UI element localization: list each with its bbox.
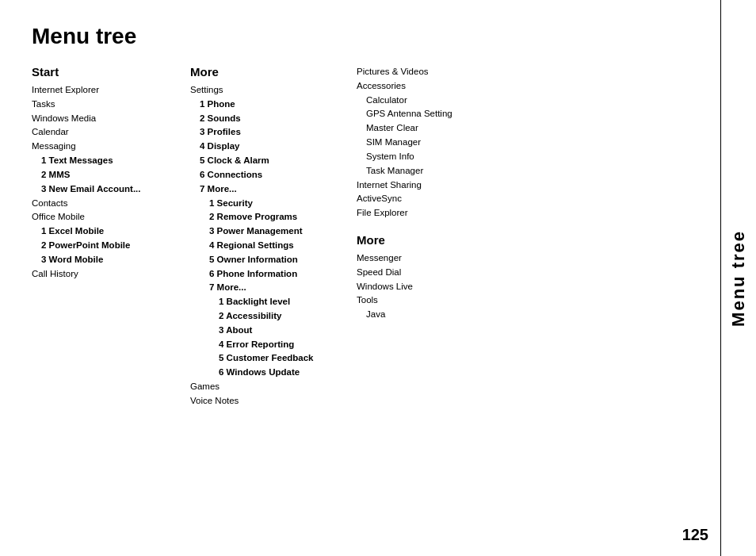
- list-item: 2 PowerPoint Mobile: [32, 239, 182, 253]
- page: Menu tree Start Internet ExplorerTasksWi…: [0, 0, 756, 556]
- list-item: Internet Explorer: [32, 83, 182, 98]
- list-item: 1 Phone: [190, 98, 349, 112]
- list-item: Internet Sharing: [357, 178, 515, 193]
- col1-section-title: Start: [32, 65, 182, 79]
- list-item: 5 Clock & Alarm: [190, 154, 349, 168]
- list-item: Windows Live: [357, 280, 515, 294]
- content-area: Start Internet ExplorerTasksWindows Medi…: [32, 65, 724, 408]
- list-item: Office Mobile: [32, 210, 182, 224]
- list-item: Accessories: [357, 79, 515, 94]
- list-item: 6 Phone Information: [190, 267, 349, 282]
- page-title: Menu tree: [32, 24, 724, 49]
- list-item: Master Clear: [357, 121, 515, 136]
- list-item: 4 Display: [190, 140, 349, 154]
- col2-section-title: More: [190, 65, 349, 79]
- list-item: Tasks: [32, 98, 182, 112]
- list-item: SIM Manager: [357, 136, 515, 150]
- col3-items1: Pictures & VideosAccessoriesCalculatorGP…: [357, 65, 515, 220]
- column-pics: Pictures & VideosAccessoriesCalculatorGP…: [357, 65, 523, 322]
- list-item: Settings: [190, 83, 349, 98]
- list-item: Task Manager: [357, 164, 515, 178]
- sidebar-label-container: Menu tree: [720, 0, 756, 556]
- list-item: Java: [357, 308, 515, 322]
- list-item: 1 Security: [190, 197, 349, 211]
- column-start: Start Internet ExplorerTasksWindows Medi…: [32, 65, 190, 281]
- list-item: 3 Word Mobile: [32, 253, 182, 267]
- list-item: 7 More...: [190, 281, 349, 295]
- list-item: ActiveSync: [357, 192, 515, 206]
- list-item: 3 New Email Account...: [32, 182, 182, 197]
- list-item: 2 MMS: [32, 168, 182, 182]
- list-item: Voice Notes: [190, 394, 349, 408]
- col1-items: Internet ExplorerTasksWindows MediaCalen…: [32, 83, 182, 281]
- col3-section2-title: More: [357, 233, 515, 247]
- list-item: 1 Text Messages: [32, 154, 182, 168]
- list-item: 5 Owner Information: [190, 253, 349, 267]
- list-item: 7 More...: [190, 182, 349, 197]
- list-item: Tools: [357, 293, 515, 308]
- list-item: 4 Regional Settings: [190, 239, 349, 253]
- list-item: Games: [190, 380, 349, 394]
- list-item: 2 Remove Programs: [190, 210, 349, 224]
- list-item: System Info: [357, 150, 515, 164]
- col2-items: Settings1 Phone2 Sounds3 Profiles4 Displ…: [190, 83, 349, 408]
- list-item: Pictures & Videos: [357, 65, 515, 79]
- list-item: 4 Error Reporting: [190, 338, 349, 352]
- list-item: 2 Sounds: [190, 112, 349, 126]
- list-item: 2 Accessibility: [190, 309, 349, 324]
- list-item: 1 Excel Mobile: [32, 224, 182, 239]
- list-item: 6 Windows Update: [190, 366, 349, 380]
- list-item: 3 About: [190, 324, 349, 338]
- list-item: Calendar: [32, 125, 182, 140]
- list-item: 6 Connections: [190, 168, 349, 182]
- list-item: GPS Antenna Setting: [357, 107, 515, 121]
- list-item: 1 Backlight level: [190, 295, 349, 309]
- list-item: 3 Profiles: [190, 125, 349, 140]
- list-item: Windows Media: [32, 112, 182, 126]
- column-more: More Settings1 Phone2 Sounds3 Profiles4 …: [190, 65, 357, 408]
- list-item: 3 Power Management: [190, 224, 349, 239]
- list-item: Messenger: [357, 251, 515, 266]
- sidebar-label-text: Menu tree: [728, 230, 749, 327]
- list-item: Contacts: [32, 197, 182, 211]
- list-item: Call History: [32, 267, 182, 282]
- page-number: 125: [682, 526, 708, 544]
- list-item: Messaging: [32, 140, 182, 154]
- list-item: 5 Customer Feedback: [190, 351, 349, 366]
- list-item: Calculator: [357, 94, 515, 108]
- list-item: File Explorer: [357, 206, 515, 220]
- col3-items2: MessengerSpeed DialWindows LiveToolsJava: [357, 251, 515, 322]
- list-item: Speed Dial: [357, 266, 515, 280]
